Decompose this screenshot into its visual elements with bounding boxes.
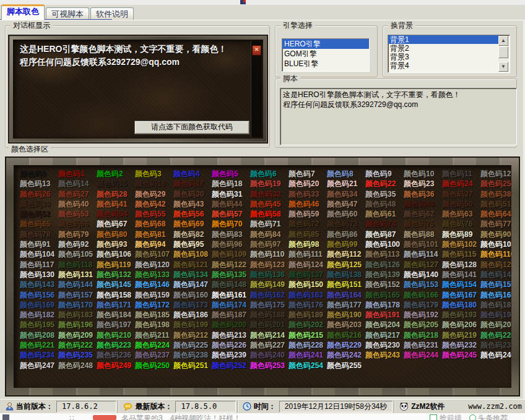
color-code-cell[interactable]: 颜色码121 xyxy=(173,260,212,270)
background-list-item[interactable]: 背景1 xyxy=(388,35,498,44)
color-code-cell[interactable]: 颜色码129 xyxy=(480,260,511,270)
color-code-cell[interactable]: 颜色码176 xyxy=(289,300,327,310)
tab-1[interactable]: 可视脚本 xyxy=(46,7,89,20)
color-code-cell[interactable]: 颜色码218 xyxy=(404,330,442,340)
color-code-cell[interactable]: 颜色码25 xyxy=(480,179,511,189)
color-code-cell[interactable]: 颜色码103 xyxy=(480,239,511,249)
color-code-cell[interactable]: 颜色码73 xyxy=(327,219,365,229)
color-code-cell[interactable]: 颜色码80 xyxy=(97,229,135,239)
color-code-cell[interactable]: 颜色码40 xyxy=(58,199,97,209)
color-code-cell[interactable]: 颜色码95 xyxy=(173,239,212,249)
color-code-cell[interactable]: 颜色码110 xyxy=(250,249,289,259)
color-code-cell[interactable]: 颜色码156 xyxy=(20,290,58,300)
color-code-cell[interactable]: 颜色码96 xyxy=(212,239,250,249)
color-code-cell[interactable]: 颜色码229 xyxy=(327,340,365,350)
color-code-cell[interactable]: 颜色码114 xyxy=(404,249,442,259)
color-code-cell[interactable]: 颜色码23 xyxy=(404,179,442,189)
color-code-cell[interactable]: 颜色码145 xyxy=(97,280,135,289)
color-code-cell[interactable]: 颜色码133 xyxy=(135,270,173,280)
color-code-cell[interactable]: 颜色码205 xyxy=(404,320,442,330)
color-code-cell[interactable]: 颜色码190 xyxy=(327,310,365,320)
color-code-cell[interactable]: 颜色码21 xyxy=(327,179,365,189)
color-code-cell[interactable]: 颜色码57 xyxy=(212,209,250,219)
color-code-cell[interactable]: 颜色码198 xyxy=(135,320,173,330)
color-code-cell[interactable]: 颜色码159 xyxy=(135,290,173,300)
color-code-cell[interactable]: 颜色码14 xyxy=(58,179,97,189)
color-code-cell[interactable]: 颜色码58 xyxy=(250,209,289,219)
color-code-cell[interactable]: 颜色码86 xyxy=(327,229,365,239)
color-code-cell[interactable]: 颜色码255 xyxy=(327,361,365,371)
engine-list-item[interactable]: BLUE引擎 xyxy=(282,59,369,69)
color-code-cell[interactable]: 颜色码104 xyxy=(20,249,58,259)
color-code-cell[interactable]: 颜色码158 xyxy=(97,290,135,300)
color-code-cell[interactable]: 颜色码195 xyxy=(20,320,58,330)
color-code-cell[interactable]: 颜色码17 xyxy=(173,179,212,189)
color-code-cell[interactable]: 颜色码20 xyxy=(289,179,327,189)
color-code-cell[interactable]: 颜色码251 xyxy=(173,361,212,371)
color-code-cell[interactable]: 颜色码191 xyxy=(365,310,404,320)
color-code-cell[interactable]: 颜色码254 xyxy=(289,361,327,371)
script-text-area[interactable]: 这是HERO引擎颜色脚本测试，文字不重要，看颜色！ 程序任何问题反馈联系3292… xyxy=(280,88,517,145)
color-code-cell[interactable]: 颜色码243 xyxy=(365,350,404,360)
color-code-cell[interactable]: 颜色码152 xyxy=(365,280,404,289)
color-code-cell[interactable]: 颜色码105 xyxy=(58,249,97,259)
color-code-cell[interactable]: 颜色码29 xyxy=(135,189,173,199)
color-code-cell[interactable]: 颜色码238 xyxy=(173,350,212,360)
color-code-cell[interactable]: 颜色码77 xyxy=(480,219,511,229)
color-code-cell[interactable]: 颜色码16 xyxy=(135,179,173,189)
color-code-cell[interactable]: 颜色码180 xyxy=(442,300,480,310)
color-code-cell[interactable]: 颜色码140 xyxy=(404,270,442,280)
color-code-cell[interactable]: 颜色码83 xyxy=(212,229,250,239)
color-code-cell[interactable]: 颜色码28 xyxy=(97,189,135,199)
background-list-item[interactable]: 背景4 xyxy=(388,61,498,70)
color-code-cell[interactable]: 颜色码189 xyxy=(289,310,327,320)
color-code-cell[interactable]: 颜色码9 xyxy=(365,169,404,179)
color-code-cell[interactable]: 颜色码56 xyxy=(173,209,212,219)
color-code-cell[interactable]: 颜色码134 xyxy=(173,270,212,280)
color-code-cell[interactable]: 颜色码135 xyxy=(212,270,250,280)
color-code-cell[interactable]: 颜色码247 xyxy=(20,361,58,371)
color-code-cell[interactable]: 颜色码244 xyxy=(404,350,442,360)
color-code-cell[interactable]: 颜色码196 xyxy=(58,320,97,330)
color-code-cell[interactable]: 颜色码148 xyxy=(212,280,250,289)
color-code-cell[interactable]: 颜色码185 xyxy=(135,310,173,320)
color-code-cell[interactable]: 颜色码45 xyxy=(250,199,289,209)
color-code-cell[interactable]: 颜色码93 xyxy=(97,239,135,249)
color-code-cell[interactable]: 颜色码3 xyxy=(135,169,173,179)
color-code-cell[interactable]: 颜色码125 xyxy=(327,260,365,270)
color-code-cell[interactable]: 颜色码232 xyxy=(442,340,480,350)
color-code-cell[interactable]: 颜色码172 xyxy=(135,300,173,310)
color-code-cell[interactable]: 颜色码61 xyxy=(365,209,404,219)
color-code-cell[interactable]: 颜色码153 xyxy=(404,280,442,289)
color-code-cell[interactable]: 颜色码72 xyxy=(289,219,327,229)
engine-list-item[interactable]: GOM引擎 xyxy=(282,49,369,59)
color-code-cell[interactable]: 颜色码47 xyxy=(327,199,365,209)
color-code-cell[interactable]: 颜色码64 xyxy=(480,209,511,219)
color-code-cell[interactable]: 颜色码245 xyxy=(442,350,480,360)
color-code-cell[interactable]: 颜色码1 xyxy=(58,169,97,179)
color-code-cell[interactable]: 颜色码100 xyxy=(365,239,404,249)
color-code-cell[interactable]: 颜色码52 xyxy=(20,209,58,219)
color-code-cell[interactable]: 颜色码30 xyxy=(173,189,212,199)
color-code-cell[interactable]: 颜色码169 xyxy=(20,300,58,310)
color-code-cell[interactable]: 颜色码98 xyxy=(289,239,327,249)
color-code-cell[interactable]: 颜色码216 xyxy=(327,330,365,340)
color-code-cell[interactable]: 颜色码131 xyxy=(58,270,97,280)
color-code-cell[interactable]: 颜色码124 xyxy=(289,260,327,270)
color-code-cell[interactable]: 颜色码49 xyxy=(404,199,442,209)
color-code-cell[interactable]: 颜色码249 xyxy=(97,361,135,371)
color-code-cell[interactable]: 颜色码203 xyxy=(327,320,365,330)
color-code-cell[interactable]: 颜色码241 xyxy=(289,350,327,360)
color-code-cell[interactable]: 颜色码41 xyxy=(97,199,135,209)
color-code-cell[interactable]: 颜色码34 xyxy=(327,189,365,199)
color-code-cell[interactable]: 颜色码164 xyxy=(327,290,365,300)
color-code-cell[interactable]: 颜色码85 xyxy=(289,229,327,239)
pick-color-hint-button[interactable]: 请点选下面颜色获取代码 xyxy=(134,121,249,134)
color-code-cell[interactable]: 颜色码179 xyxy=(404,300,442,310)
color-code-cell[interactable]: 颜色码186 xyxy=(173,310,212,320)
color-code-cell[interactable]: 颜色码183 xyxy=(58,310,97,320)
color-code-cell[interactable]: 颜色码118 xyxy=(58,260,97,270)
color-code-cell[interactable]: 颜色码217 xyxy=(365,330,404,340)
color-code-cell[interactable]: 颜色码78 xyxy=(20,229,58,239)
color-code-cell[interactable]: 颜色码54 xyxy=(97,209,135,219)
